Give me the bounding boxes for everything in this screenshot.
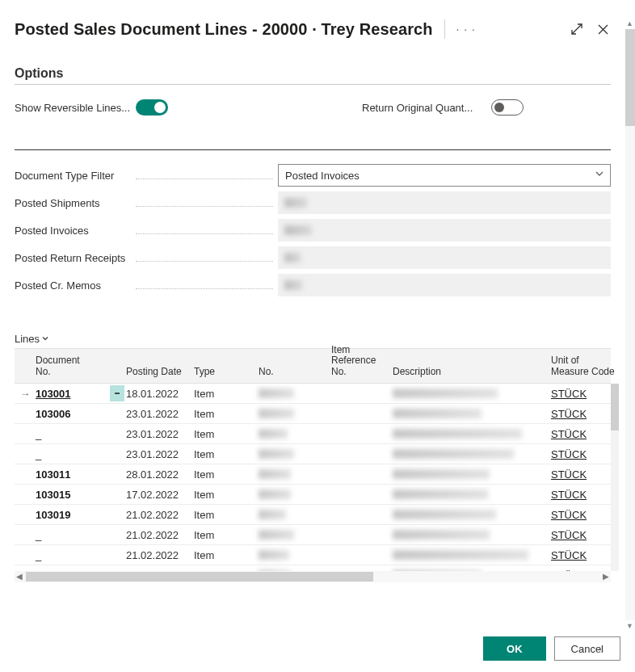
cancel-button[interactable]: Cancel <box>554 636 620 661</box>
uom-link[interactable]: STÜCK <box>551 468 587 481</box>
filters-divider <box>15 149 611 150</box>
dotted-leader <box>136 261 273 262</box>
ok-button[interactable]: OK <box>483 636 546 661</box>
grid-header: DocumentNo. Posting Date Type No. ItemRe… <box>15 348 611 384</box>
col-uom[interactable]: Unit ofMeasure Code <box>551 355 619 378</box>
doc-type-filter-select[interactable]: Posted Invoices <box>278 164 611 187</box>
table-row[interactable]: _23.01.2022ItemSTÜCK <box>15 424 611 444</box>
description-cell <box>393 429 551 439</box>
doc-no-link[interactable]: 103019 <box>36 509 70 521</box>
type-cell: Item <box>194 509 259 521</box>
doc-no-link: _ <box>36 428 41 440</box>
description-cell <box>393 530 551 540</box>
chevron-down-icon[interactable] <box>41 333 49 345</box>
scroll-down-icon[interactable]: ▼ <box>626 622 633 630</box>
doc-no-link: _ <box>36 529 41 541</box>
doc-no-link[interactable]: 103001 <box>36 388 70 400</box>
grid-v-scrollbar[interactable] <box>611 384 619 571</box>
doc-no-link: _ <box>36 549 41 561</box>
col-no[interactable]: No. <box>259 367 331 378</box>
return-original-label: Return Original Quant... <box>362 102 491 114</box>
scroll-left-icon[interactable]: ◀ <box>16 572 23 581</box>
doc-no-link[interactable]: 103011 <box>36 468 70 481</box>
table-row[interactable]: _23.01.2022ItemSTÜCK <box>15 444 611 464</box>
table-row[interactable]: 10302325.02.2022ItemSTÜCK <box>15 565 611 571</box>
no-cell <box>259 530 331 540</box>
posted-cr-value <box>278 274 611 296</box>
posting-date-cell: 28.01.2022 <box>126 468 194 481</box>
uom-link[interactable]: STÜCK <box>551 408 587 420</box>
grid-v-thumb[interactable] <box>611 384 619 430</box>
description-cell <box>393 550 551 560</box>
description-cell <box>393 388 551 398</box>
lines-grid: DocumentNo. Posting Date Type No. ItemRe… <box>15 348 611 582</box>
description-cell <box>393 469 551 479</box>
page-scroll-thumb[interactable] <box>625 29 635 126</box>
show-reversible-toggle[interactable] <box>136 99 168 116</box>
type-cell: Item <box>194 549 259 561</box>
row-actions-icon[interactable] <box>110 385 124 401</box>
description-cell <box>393 449 551 459</box>
table-row[interactable]: 10300623.01.2022ItemSTÜCK <box>15 404 611 424</box>
row-pointer-icon: → <box>15 388 36 400</box>
posted-cr-label: Posted Cr. Memos <box>15 279 136 292</box>
no-cell <box>259 388 331 398</box>
expand-icon[interactable] <box>569 21 585 37</box>
options-divider <box>15 84 611 85</box>
posted-shipments-value <box>278 191 611 214</box>
posted-return-label: Posted Return Receipts <box>15 252 136 264</box>
posting-date-cell: 21.02.2022 <box>126 509 194 521</box>
no-cell <box>259 409 331 418</box>
uom-link[interactable]: STÜCK <box>551 529 587 541</box>
show-reversible-label: Show Reversible Lines... <box>15 102 136 114</box>
table-row[interactable]: 10301517.02.2022ItemSTÜCK <box>15 485 611 505</box>
col-description[interactable]: Description <box>393 367 551 378</box>
no-cell <box>259 510 331 519</box>
table-row[interactable]: 10301128.01.2022ItemSTÜCK <box>15 464 611 485</box>
dotted-leader <box>136 288 273 289</box>
dotted-leader <box>136 206 273 207</box>
uom-link[interactable]: STÜCK <box>551 489 587 501</box>
description-cell <box>393 510 551 519</box>
posted-return-value <box>278 246 611 269</box>
uom-link[interactable]: STÜCK <box>551 549 587 561</box>
uom-link[interactable]: STÜCK <box>551 448 587 460</box>
col-item-ref[interactable]: ItemReferenceNo. <box>331 345 393 378</box>
grid-h-scrollbar[interactable]: ◀ ▶ <box>15 571 611 582</box>
posting-date-cell: 18.01.2022 <box>126 388 194 400</box>
table-row[interactable]: 10301921.02.2022ItemSTÜCK <box>15 505 611 525</box>
page-scrollbar[interactable]: ▲ ▼ <box>625 29 635 620</box>
dotted-leader <box>136 178 273 179</box>
posting-date-cell: 23.01.2022 <box>126 408 194 420</box>
doc-no-link: _ <box>36 448 41 460</box>
doc-no-link[interactable]: 103006 <box>36 408 70 420</box>
posting-date-cell: 21.02.2022 <box>126 549 194 561</box>
doc-type-filter-label: Document Type Filter <box>15 170 136 182</box>
uom-link[interactable]: STÜCK <box>551 428 587 440</box>
lines-caption[interactable]: Lines <box>15 333 40 345</box>
col-posting-date[interactable]: Posting Date <box>126 367 194 378</box>
scroll-right-icon[interactable]: ▶ <box>603 572 609 581</box>
posting-date-cell: 23.01.2022 <box>126 428 194 440</box>
grid-h-thumb[interactable] <box>26 572 373 582</box>
table-row[interactable]: →10300118.01.2022ItemSTÜCK <box>15 384 611 404</box>
no-cell <box>259 489 331 499</box>
more-actions-icon[interactable]: · · · <box>456 23 476 36</box>
table-row[interactable]: _21.02.2022ItemSTÜCK <box>15 525 611 545</box>
type-cell: Item <box>194 448 259 460</box>
close-icon[interactable] <box>595 21 611 37</box>
posting-date-cell: 21.02.2022 <box>126 529 194 541</box>
type-cell: Item <box>194 428 259 440</box>
posted-invoices-label: Posted Invoices <box>15 225 136 237</box>
doc-no-link[interactable]: 103015 <box>36 489 70 501</box>
posted-shipments-label: Posted Shipments <box>15 197 136 209</box>
uom-link[interactable]: STÜCK <box>551 509 587 521</box>
return-original-toggle[interactable] <box>491 99 524 116</box>
col-type[interactable]: Type <box>194 367 259 378</box>
posting-date-cell: 17.02.2022 <box>126 489 194 501</box>
col-doc-no[interactable]: DocumentNo. <box>36 355 108 378</box>
scroll-up-icon[interactable]: ▲ <box>626 19 633 27</box>
uom-link[interactable]: STÜCK <box>551 388 587 400</box>
no-cell <box>259 469 331 479</box>
table-row[interactable]: _21.02.2022ItemSTÜCK <box>15 545 611 565</box>
